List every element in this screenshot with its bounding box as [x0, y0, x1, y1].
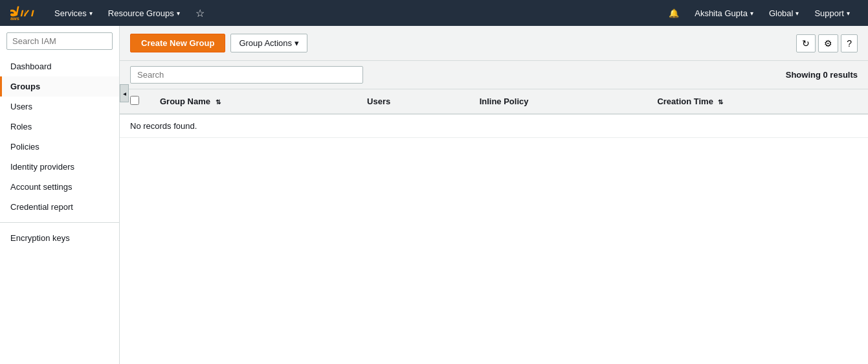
- inline-policy-header: Inline Policy: [469, 89, 647, 114]
- svg-text:aws: aws: [10, 16, 19, 21]
- users-header: Users: [357, 89, 469, 114]
- creation-time-header[interactable]: Creation Time ⇅: [647, 89, 868, 114]
- help-icon: ?: [847, 38, 852, 49]
- resource-groups-chevron-icon: ▾: [177, 10, 180, 17]
- sidebar-nav: Dashboard Groups Users Roles Policies Id…: [0, 56, 119, 364]
- collapse-icon: ◂: [123, 90, 126, 97]
- sidebar-item-credential-report[interactable]: Credential report: [0, 197, 119, 217]
- no-records-row: No records found.: [120, 114, 868, 138]
- help-button[interactable]: ?: [841, 34, 858, 52]
- favorites-icon[interactable]: ☆: [188, 0, 212, 26]
- aws-logo: aws: [10, 5, 36, 21]
- group-name-sort-icon: ⇅: [216, 98, 221, 106]
- main-content: Create New Group Group Actions ▾ ↻ ⚙ ?: [120, 26, 868, 364]
- toolbar-right: ↻ ⚙ ?: [796, 34, 858, 52]
- showing-results-text: Showing 0 results: [786, 70, 858, 80]
- sidebar-item-account-settings[interactable]: Account settings: [0, 177, 119, 197]
- table-header: Group Name ⇅ Users Inline Policy Creatio…: [120, 89, 868, 114]
- sidebar-item-users[interactable]: Users: [0, 97, 119, 117]
- no-records-cell: No records found.: [120, 114, 868, 138]
- sidebar: Dashboard Groups Users Roles Policies Id…: [0, 26, 120, 364]
- sidebar-item-groups[interactable]: Groups: [0, 76, 119, 97]
- groups-table: Group Name ⇅ Users Inline Policy Creatio…: [120, 89, 868, 138]
- sidebar-item-roles[interactable]: Roles: [0, 117, 119, 137]
- support-menu[interactable]: Support ▾: [807, 0, 858, 26]
- region-menu[interactable]: Global ▾: [761, 0, 807, 26]
- settings-icon: ⚙: [824, 38, 832, 49]
- region-chevron-icon: ▾: [796, 10, 799, 17]
- sidebar-collapse-button[interactable]: ◂: [120, 84, 129, 102]
- user-chevron-icon: ▾: [750, 10, 753, 17]
- settings-button[interactable]: ⚙: [818, 34, 838, 52]
- refresh-icon: ↻: [802, 38, 810, 49]
- toolbar: Create New Group Group Actions ▾ ↻ ⚙ ?: [120, 26, 868, 61]
- resource-groups-menu[interactable]: Resource Groups ▾: [100, 0, 188, 26]
- search-iam-input[interactable]: [6, 32, 113, 50]
- user-menu[interactable]: Akshita Gupta ▾: [687, 0, 761, 26]
- sidebar-item-identity-providers[interactable]: Identity providers: [0, 157, 119, 177]
- table-area: Showing 0 results Group Name ⇅ Users In: [120, 61, 868, 364]
- sidebar-search-container: [0, 26, 119, 56]
- top-nav: aws Services ▾ Resource Groups ▾ ☆ 🔔 Aks…: [0, 0, 868, 26]
- services-chevron-icon: ▾: [89, 10, 93, 17]
- search-bar-row: Showing 0 results: [120, 61, 868, 89]
- table-body: No records found.: [120, 114, 868, 138]
- sidebar-item-dashboard[interactable]: Dashboard: [0, 56, 119, 76]
- select-all-checkbox[interactable]: [130, 96, 139, 105]
- services-menu[interactable]: Services ▾: [47, 0, 100, 26]
- group-actions-button[interactable]: Group Actions ▾: [230, 34, 307, 52]
- sidebar-item-policies[interactable]: Policies: [0, 137, 119, 157]
- notifications-icon[interactable]: 🔔: [661, 0, 687, 26]
- group-actions-chevron-icon: ▾: [295, 38, 299, 48]
- refresh-button[interactable]: ↻: [796, 34, 816, 52]
- create-new-group-button[interactable]: Create New Group: [130, 34, 225, 52]
- creation-time-sort-icon: ⇅: [718, 98, 723, 106]
- support-chevron-icon: ▾: [847, 10, 850, 17]
- nav-right: 🔔 Akshita Gupta ▾ Global ▾ Support ▾: [661, 0, 858, 26]
- sidebar-item-encryption-keys[interactable]: Encryption keys: [0, 228, 119, 248]
- table-search-input[interactable]: [130, 66, 363, 84]
- group-name-header[interactable]: Group Name ⇅: [150, 89, 357, 114]
- sidebar-divider: [0, 222, 119, 223]
